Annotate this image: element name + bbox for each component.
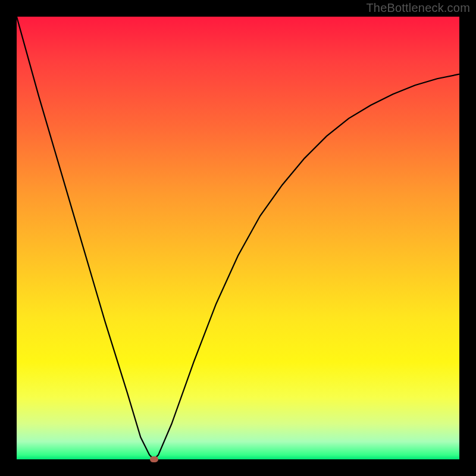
chart-frame: TheBottleneck.com bbox=[0, 0, 476, 476]
bottleneck-curve bbox=[17, 17, 459, 459]
plot-area bbox=[17, 17, 459, 459]
optimal-point-marker bbox=[150, 456, 158, 462]
watermark-text: TheBottleneck.com bbox=[366, 1, 470, 15]
